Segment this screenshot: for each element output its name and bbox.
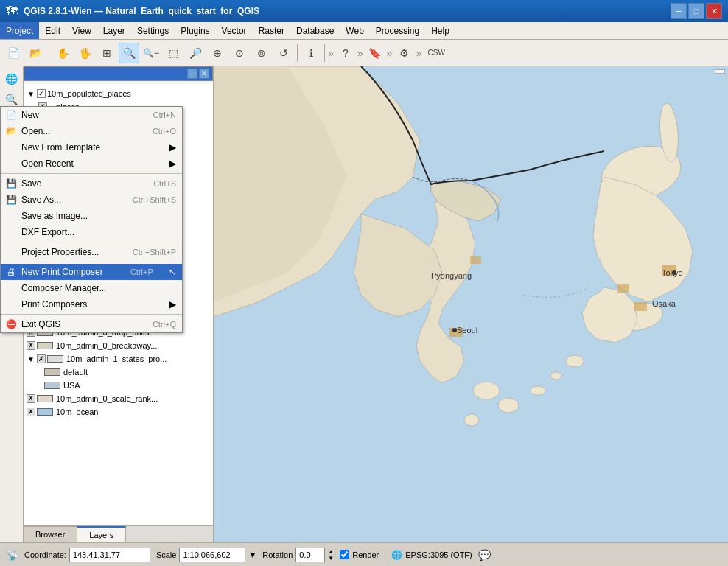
crs-item[interactable]: 🌐 EPSG:3095 (OTF) (391, 550, 472, 560)
float-minimize[interactable]: ─ (187, 69, 197, 79)
layer-checkbox[interactable]: ✗ (37, 354, 46, 363)
svg-rect-18 (470, 256, 481, 264)
zoom-feature[interactable]: 🔎 (185, 43, 206, 63)
scale-dropdown-arrow[interactable]: ▼ (248, 551, 256, 559)
csw-button[interactable]: CSW (423, 43, 449, 63)
render-label: Render (352, 551, 379, 559)
expand-icon[interactable]: ▼ (27, 89, 35, 98)
tab-layers[interactable]: Layers (77, 526, 126, 542)
svg-point-10 (566, 355, 584, 367)
zoom-full[interactable]: ⊕ (207, 43, 228, 63)
print-icon: 🖨 (5, 266, 17, 278)
save-as-icon: 💾 (5, 194, 17, 206)
menu-item-new[interactable]: 📄 New Ctrl+N (1, 107, 182, 123)
menu-separator-3 (1, 262, 182, 262)
open-button[interactable]: 📂 (25, 43, 46, 63)
menu-web[interactable]: Web (340, 22, 369, 39)
menu-item-save-as[interactable]: 💾 Save As... Ctrl+Shift+S (1, 192, 182, 208)
pan-map-button[interactable]: 🖐 (74, 43, 95, 63)
bookmark-button[interactable]: 🔖 (365, 43, 385, 63)
list-item[interactable]: ▼ ✓ 10m_populated_places (24, 87, 213, 100)
menu-item-open[interactable]: 📂 Open... Ctrl+O (1, 123, 182, 139)
layer-name: 10m_admin_0_scale_rank... (56, 394, 158, 403)
menu-item-project-properties[interactable]: Project Properties... Ctrl+Shift+P (1, 244, 182, 260)
pan-button[interactable]: ✋ (52, 43, 73, 63)
submenu-arrow: ▶ (169, 158, 176, 169)
menu-help[interactable]: Help (425, 22, 455, 39)
new-button[interactable]: 📄 (3, 43, 24, 63)
coordinate-input[interactable] (69, 548, 150, 562)
zoom-layer[interactable]: ⊙ (229, 43, 250, 63)
menu-processing[interactable]: Processing (370, 22, 425, 39)
info-button[interactable]: ℹ (301, 43, 321, 63)
left-tool-1[interactable]: 🌐 (2, 69, 21, 88)
list-item[interactable]: USA (24, 379, 213, 392)
toolbar-separator-3 (324, 44, 325, 62)
menu-edit[interactable]: Edit (39, 22, 66, 39)
messages-item[interactable]: 💬 (478, 549, 491, 561)
cursor-indicator: ↖ (169, 267, 176, 277)
messages-icon: 💬 (478, 549, 491, 561)
minimize-button[interactable]: ─ (671, 3, 687, 19)
expand-icon[interactable]: ▼ (27, 354, 35, 363)
render-checkbox[interactable] (340, 550, 349, 559)
extra-button[interactable]: ⚙ (393, 43, 414, 63)
zoom-rubber-band[interactable]: ⬚ (163, 43, 183, 63)
menu-item-save[interactable]: 💾 Save Ctrl+S (1, 175, 182, 192)
float-close[interactable]: ✕ (199, 69, 209, 79)
rotation-spinner[interactable]: ▲▼ (328, 548, 334, 562)
menu-item-open-recent[interactable]: Open Recent ▶ (1, 156, 182, 172)
menu-item-exit[interactable]: ⛔ Exit QGIS Ctrl+Q (1, 316, 182, 332)
main-area: 🌐 🔍 📍 ⭕ ✏️ ─ ✕ ▼ (0, 66, 728, 542)
list-item[interactable]: ✗ 10m_admin_0_breakaway... (24, 339, 213, 352)
svg-text:Seoul: Seoul (457, 326, 477, 335)
help-button[interactable]: ? (335, 43, 356, 63)
select-button[interactable]: ⊞ (97, 43, 117, 63)
layer-checkbox[interactable]: ✗ (27, 341, 35, 350)
more-tools-indicator-2: » (357, 47, 363, 59)
menu-vector[interactable]: Vector (216, 22, 253, 39)
menu-view[interactable]: View (66, 22, 97, 39)
zoom-selection[interactable]: ⊚ (251, 43, 272, 63)
layer-checkbox[interactable]: ✗ (27, 408, 35, 416)
list-item[interactable]: ✗ 10m_admin_0_scale_rank... (24, 392, 213, 405)
menu-database[interactable]: Database (290, 22, 340, 39)
menu-item-label: Exit QGIS (21, 319, 60, 329)
menu-item-save-image[interactable]: Save as Image... (1, 208, 182, 224)
menu-separator-2 (1, 242, 182, 242)
list-item[interactable]: default (24, 366, 213, 379)
menu-layer[interactable]: Layer (97, 22, 131, 39)
submenu-arrow: ▶ (169, 142, 176, 153)
menu-settings[interactable]: Settings (131, 22, 175, 39)
zoom-out-button[interactable]: 🔍− (141, 43, 161, 63)
menu-raster[interactable]: Raster (253, 22, 290, 39)
render-item[interactable]: Render (340, 550, 379, 559)
more-tools-indicator-3: » (387, 47, 393, 59)
refresh-button[interactable]: ↺ (273, 43, 294, 63)
zoom-in-button[interactable]: 🔍 (119, 43, 139, 63)
menu-item-new-print-composer[interactable]: 🖨 New Print Composer Ctrl+P ↖ (1, 264, 182, 280)
menu-item-composer-manager[interactable]: Composer Manager... (1, 280, 182, 296)
list-item[interactable]: ✗ 10m_ocean (24, 405, 213, 419)
rotation-input[interactable] (295, 548, 325, 562)
map-canvas[interactable]: Pyongyang Seoul Tokyo Osaka (214, 66, 728, 542)
scale-input[interactable] (179, 548, 245, 562)
close-button[interactable]: ✕ (706, 3, 722, 19)
layer-checkbox[interactable]: ✗ (27, 394, 35, 403)
tab-browser[interactable]: Browser (24, 526, 77, 542)
menu-project[interactable]: Project (0, 22, 39, 39)
maximize-button[interactable]: □ (688, 3, 704, 19)
layer-name: USA (63, 381, 80, 390)
exit-icon: ⛔ (5, 318, 17, 330)
list-item[interactable]: ▼ ✗ 10m_admin_1_states_pro... (24, 352, 213, 366)
menu-item-print-composers[interactable]: Print Composers ▶ (1, 296, 182, 312)
project-menu: 📄 New Ctrl+N 📂 Open... Ctrl+O New From T… (0, 106, 183, 333)
layer-name: 10m_ocean (56, 408, 99, 416)
menu-item-label: Project Properties... (21, 247, 99, 257)
map-svg: Pyongyang Seoul Tokyo Osaka (214, 66, 728, 542)
menu-plugins[interactable]: Plugins (175, 22, 215, 39)
layer-checkbox[interactable]: ✓ (37, 89, 46, 98)
menu-item-dxf-export[interactable]: DXF Export... (1, 224, 182, 240)
menu-shortcut: Ctrl+P (130, 268, 153, 276)
menu-item-new-from-template[interactable]: New From Template ▶ (1, 139, 182, 156)
